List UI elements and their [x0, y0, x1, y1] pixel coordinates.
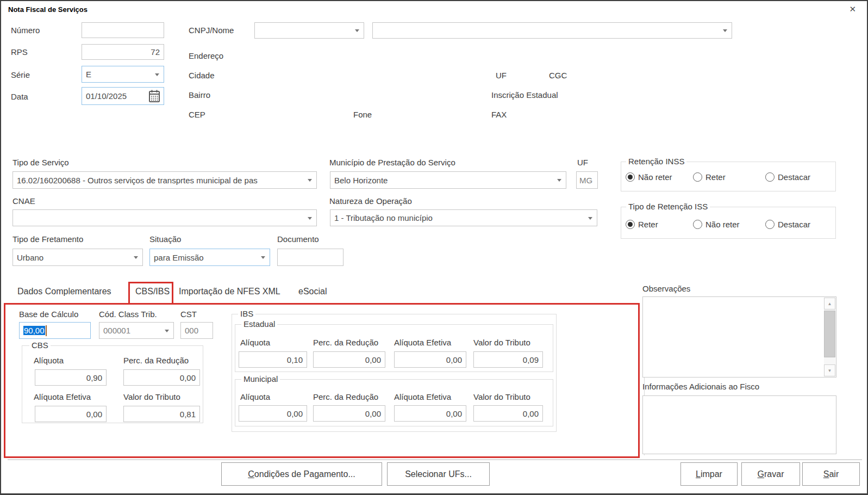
- dropdown-arrow-icon[interactable]: [557, 179, 561, 182]
- natureza-value: 1 - Tributação no município: [334, 213, 433, 222]
- cbs-aliquota-input[interactable]: 0,90: [35, 369, 107, 386]
- cod-class-trib-combobox[interactable]: 000001: [99, 322, 174, 339]
- dropdown-arrow-icon[interactable]: [308, 179, 312, 182]
- rps-label: RPS: [11, 47, 28, 57]
- dropdown-arrow-icon[interactable]: [155, 73, 159, 76]
- bairro-label: Bairro: [189, 90, 210, 100]
- ibs-est-valor-tributo-input[interactable]: 0,09: [473, 351, 543, 368]
- rps-input[interactable]: 72: [82, 44, 164, 60]
- fretamento-combobox[interactable]: Urbano: [13, 249, 143, 266]
- situacao-value: para Emissão: [154, 253, 204, 262]
- tipo-servico-combobox[interactable]: 16.02/160200688 - Outros serviços de tra…: [13, 171, 317, 189]
- ibs-est-aliquota-efetiva-input[interactable]: 0,00: [394, 351, 466, 368]
- calendar-icon[interactable]: [148, 89, 161, 105]
- info-fisco-textarea[interactable]: [642, 395, 836, 454]
- serie-value: E: [86, 70, 91, 79]
- ibs-mun-perc-reducao-input[interactable]: 0,00: [313, 405, 385, 422]
- sair-button[interactable]: Sair: [802, 462, 860, 486]
- dropdown-arrow-icon[interactable]: [165, 330, 169, 332]
- cod-class-trib-label: Cód. Class Trib.: [99, 310, 157, 319]
- radio-label: Não reter: [638, 172, 672, 182]
- cnae-combobox[interactable]: [13, 209, 317, 226]
- cnae-label: CNAE: [13, 196, 35, 206]
- ibs-municipal-title: Municipal: [241, 374, 280, 383]
- observacoes-textarea[interactable]: ▲ ▼: [642, 296, 836, 378]
- situacao-combobox[interactable]: para Emissão: [149, 249, 270, 266]
- cbs-aliquota-efetiva-input[interactable]: 0,00: [35, 406, 107, 422]
- text-caret: [46, 325, 47, 336]
- dropdown-arrow-icon[interactable]: [308, 217, 312, 220]
- radio-inss-destacar[interactable]: Destacar: [765, 172, 810, 182]
- ibs-mun-aliquota-efetiva-label: Alíquota Efetiva: [394, 392, 451, 402]
- dropdown-arrow-icon[interactable]: [588, 217, 592, 220]
- radio-icon[interactable]: [693, 220, 702, 229]
- ibs-mun-aliquota-efetiva-input[interactable]: 0,00: [394, 405, 466, 422]
- gravar-button[interactable]: Gravar: [741, 462, 800, 486]
- uf-servico-input[interactable]: MG: [576, 171, 598, 189]
- dropdown-arrow-icon[interactable]: [355, 29, 359, 32]
- cep-label: CEP: [189, 110, 205, 120]
- radio-iss-destacar[interactable]: Destacar: [765, 220, 810, 229]
- tab-dados-complementares[interactable]: Dados Complementares: [17, 287, 111, 296]
- scroll-up-icon[interactable]: ▲: [824, 298, 835, 310]
- documento-input[interactable]: [277, 249, 344, 266]
- documento-label: Documento: [277, 234, 319, 244]
- base-calculo-label: Base de Cálculo: [19, 310, 78, 319]
- radio-icon[interactable]: [765, 220, 775, 229]
- retencao-iss-title: Tipo de Retenção ISS: [626, 202, 710, 211]
- radio-inss-reter[interactable]: Reter: [693, 172, 726, 182]
- dropdown-arrow-icon[interactable]: [723, 29, 727, 32]
- window-title: Nota Fiscal de Serviços: [8, 5, 88, 14]
- tab-esocial[interactable]: eSocial: [298, 287, 327, 296]
- endereco-label: Endereço: [189, 51, 223, 61]
- ibs-mun-valor-tributo-input[interactable]: 0,00: [473, 405, 543, 422]
- retencao-inss-group: Retenção INSS Não reter Reter Destacar: [621, 162, 836, 191]
- radio-icon[interactable]: [626, 172, 635, 182]
- serie-combobox[interactable]: E: [82, 66, 164, 83]
- cst-input[interactable]: 000: [180, 322, 213, 339]
- button-label: Selecionar UFs...: [405, 469, 472, 479]
- radio-inss-nao-reter[interactable]: Não reter: [626, 172, 672, 182]
- cbs-perc-reducao-input[interactable]: 0,00: [123, 369, 200, 386]
- scrollbar-thumb[interactable]: [824, 311, 835, 357]
- radio-iss-nao-reter[interactable]: Não reter: [693, 220, 740, 229]
- data-value: 01/10/2025: [86, 91, 127, 101]
- cnpj-combobox[interactable]: [254, 22, 364, 39]
- ibs-est-aliquota-input[interactable]: 0,10: [239, 351, 307, 368]
- data-label: Data: [11, 92, 28, 102]
- radio-label: Não reter: [705, 220, 740, 229]
- radio-icon[interactable]: [693, 172, 702, 182]
- selected-text: 90,00: [23, 326, 45, 335]
- selecionar-ufs-button[interactable]: Selecionar UFs...: [387, 462, 490, 486]
- dropdown-arrow-icon[interactable]: [134, 256, 138, 259]
- dropdown-arrow-icon[interactable]: [261, 256, 265, 259]
- radio-label: Destacar: [778, 172, 810, 182]
- base-calculo-input[interactable]: 90,00: [19, 322, 91, 339]
- ibs-mun-aliquota-input[interactable]: 0,00: [239, 405, 307, 422]
- radio-icon[interactable]: [765, 172, 775, 182]
- close-icon[interactable]: ✕: [849, 4, 856, 14]
- data-input[interactable]: 01/10/2025: [82, 87, 164, 105]
- limpar-button[interactable]: Limpar: [680, 462, 738, 486]
- tipo-servico-value: 16.02/160200688 - Outros serviços de tra…: [17, 176, 258, 185]
- radio-icon[interactable]: [626, 220, 635, 229]
- ibs-mun-perc-reducao-label: Perc. da Redução: [313, 392, 378, 402]
- ibs-est-perc-reducao-input[interactable]: 0,00: [313, 351, 385, 368]
- retencao-iss-group: Tipo de Retenção ISS Reter Não reter Des…: [621, 207, 836, 239]
- radio-iss-reter[interactable]: Reter: [626, 220, 658, 229]
- numero-input[interactable]: [82, 22, 164, 38]
- scroll-down-icon[interactable]: ▼: [824, 364, 835, 376]
- municipio-value: Belo Horizonte: [334, 176, 388, 185]
- radio-label: Destacar: [778, 220, 810, 229]
- natureza-combobox[interactable]: 1 - Tributação no município: [330, 209, 597, 226]
- nome-combobox[interactable]: [372, 22, 732, 39]
- tab-importacao-nfes-xml[interactable]: Importação de NFES XML: [179, 287, 280, 296]
- fretamento-value: Urbano: [17, 253, 43, 262]
- municipio-combobox[interactable]: Belo Horizonte: [330, 171, 566, 189]
- ibs-est-aliquota-efetiva-label: Alíquota Efetiva: [394, 338, 451, 348]
- cbs-aliquota-efetiva-label: Alíquota Efetiva: [34, 392, 91, 402]
- scrollbar[interactable]: ▲ ▼: [824, 298, 835, 376]
- condicoes-pagamento-button[interactable]: Condições de Pagamento...: [221, 462, 382, 486]
- cbs-perc-reducao-label: Perc. da Redução: [123, 356, 189, 366]
- cbs-valor-tributo-input[interactable]: 0,81: [123, 406, 200, 422]
